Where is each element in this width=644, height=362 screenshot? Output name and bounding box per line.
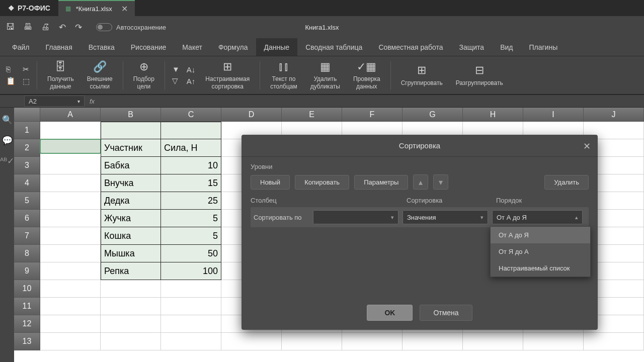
row-header[interactable]: 1	[14, 122, 40, 139]
cell[interactable]: 15	[161, 174, 221, 192]
cell[interactable]	[40, 315, 101, 333]
paste-icon[interactable]: 📋	[6, 76, 16, 85]
close-icon[interactable]: ✕	[583, 141, 591, 152]
spellcheck-icon[interactable]: ᴬᴮ✓	[0, 156, 14, 166]
cell[interactable]	[101, 298, 161, 315]
get-data-button[interactable]: 🗄Получить данные	[42, 60, 79, 90]
delete-level-button[interactable]: Удалить	[544, 175, 589, 190]
sort-on-select[interactable]: Значения▾	[403, 210, 488, 224]
tab-formula[interactable]: Формула	[210, 38, 256, 56]
col-header-G[interactable]: G	[403, 108, 463, 122]
dropdown-item[interactable]: Настраиваемый список	[491, 260, 590, 277]
col-header-D[interactable]: D	[221, 108, 282, 122]
cell[interactable]	[101, 280, 161, 298]
cell[interactable]: Внучка	[101, 174, 161, 192]
row-header[interactable]: 8	[14, 245, 40, 262]
cell[interactable]	[101, 315, 161, 333]
row-header[interactable]: 13	[14, 333, 40, 350]
ok-button[interactable]: OK	[367, 305, 413, 321]
cell[interactable]	[40, 174, 101, 192]
tab-home[interactable]: Главная	[37, 38, 80, 56]
row-header[interactable]: 10	[14, 280, 40, 298]
text-columns-button[interactable]: ⫿⫿Текст по столбцам	[265, 60, 302, 90]
move-down-button[interactable]: ▾	[433, 174, 448, 190]
cell[interactable]: 25	[161, 192, 221, 210]
row-header[interactable]: 7	[14, 227, 40, 245]
custom-sort-button[interactable]: ⊞Настраиваемая сортировка	[200, 60, 255, 90]
tab-pivot[interactable]: Сводная таблица	[297, 38, 370, 56]
cell[interactable]	[584, 333, 644, 350]
select-all-corner[interactable]	[14, 108, 40, 122]
cell[interactable]	[40, 280, 101, 298]
cell[interactable]: Участник	[101, 139, 161, 157]
cell[interactable]: Жучка	[101, 210, 161, 227]
cell[interactable]	[40, 298, 101, 315]
row-header[interactable]: 9	[14, 262, 40, 280]
new-level-button[interactable]: Новый	[251, 175, 290, 190]
toggle-icon[interactable]	[96, 23, 112, 31]
cell[interactable]: 5	[161, 227, 221, 245]
cell[interactable]: Дедка	[101, 192, 161, 210]
cell[interactable]: Сила, Н	[161, 139, 221, 157]
col-header-I[interactable]: I	[523, 108, 584, 122]
cell[interactable]	[101, 122, 161, 139]
tab-protect[interactable]: Защита	[451, 38, 493, 56]
row-header[interactable]: 3	[14, 157, 40, 174]
redo-icon[interactable]: ↷	[75, 22, 82, 33]
save-icon[interactable]: 🖫	[6, 22, 15, 32]
col-header-F[interactable]: F	[342, 108, 403, 122]
row-header[interactable]: 4	[14, 174, 40, 192]
tab-insert[interactable]: Вставка	[80, 38, 123, 56]
cell[interactable]: 50	[161, 245, 221, 262]
cell[interactable]	[161, 315, 221, 333]
goal-seek-button[interactable]: ⊕Подбор цели	[128, 60, 159, 90]
cell[interactable]: Мышка	[101, 245, 161, 262]
group-button[interactable]: ⊞Сгруппировать	[396, 64, 448, 86]
fx-label[interactable]: fx	[90, 98, 95, 105]
cell[interactable]	[40, 210, 101, 227]
ungroup-button[interactable]: ⊟Разгруппировать	[451, 64, 508, 86]
filter-icon[interactable]: ▼	[172, 65, 180, 73]
cell[interactable]: Репка	[101, 262, 161, 280]
select-icon[interactable]: ⬚	[23, 77, 30, 86]
sort-desc-icon[interactable]: A↑	[187, 77, 196, 85]
undo-icon[interactable]: ↶	[59, 22, 66, 33]
comments-icon[interactable]: 💬	[2, 135, 13, 146]
copy-icon[interactable]: ⎘	[6, 65, 16, 73]
cell[interactable]	[40, 227, 101, 245]
close-icon[interactable]: ✕	[121, 4, 128, 14]
chevron-down-icon[interactable]: ▾	[77, 99, 80, 104]
quickprint-icon[interactable]: 🖨	[41, 22, 50, 32]
cell[interactable]	[221, 333, 282, 350]
external-links-button[interactable]: 🔗Внешние ссылки	[82, 60, 118, 90]
move-up-button[interactable]: ▴	[413, 174, 428, 190]
document-tab[interactable]: ▦ *Книга1.xlsx ✕	[58, 0, 135, 16]
row-header[interactable]: 2	[14, 139, 40, 157]
copy-level-button[interactable]: Копировать	[295, 175, 349, 190]
cell[interactable]	[523, 333, 584, 350]
cell-reference[interactable]: A2 ▾	[24, 96, 85, 107]
dropdown-item[interactable]: От А до Я	[491, 227, 590, 243]
tab-view[interactable]: Вид	[492, 38, 521, 56]
cell[interactable]: 100	[161, 262, 221, 280]
autosave-toggle[interactable]: Автосохранение	[96, 23, 166, 31]
print-icon[interactable]: 🖶	[24, 22, 32, 32]
cancel-button[interactable]: Отмена	[420, 305, 472, 321]
cell[interactable]	[40, 157, 101, 174]
tab-draw[interactable]: Рисование	[123, 38, 175, 56]
cell[interactable]	[40, 262, 101, 280]
col-header-C[interactable]: C	[161, 108, 221, 122]
cell[interactable]	[161, 298, 221, 315]
cell[interactable]	[161, 333, 221, 350]
cell[interactable]	[40, 333, 101, 350]
cell[interactable]	[403, 333, 463, 350]
cell[interactable]	[161, 280, 221, 298]
order-select[interactable]: От А до Я▴	[492, 210, 583, 224]
params-button[interactable]: Параметры	[354, 175, 408, 190]
remove-duplicates-button[interactable]: ▦Удалить дубликаты	[305, 60, 345, 90]
cell[interactable]	[40, 192, 101, 210]
col-header-B[interactable]: B	[101, 108, 161, 122]
tab-plugins[interactable]: Плагины	[521, 38, 566, 56]
cell[interactable]	[40, 139, 101, 153]
sort-asc-icon[interactable]: A↓	[187, 65, 196, 74]
